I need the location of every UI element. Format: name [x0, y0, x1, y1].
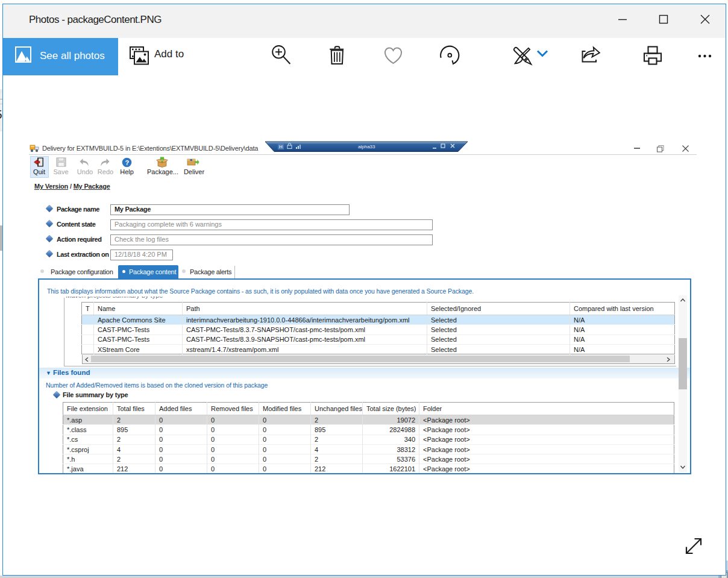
svg-text:alpha33: alpha33: [358, 144, 375, 149]
svg-text:H: H: [279, 144, 283, 149]
svg-text:?: ?: [125, 159, 130, 166]
